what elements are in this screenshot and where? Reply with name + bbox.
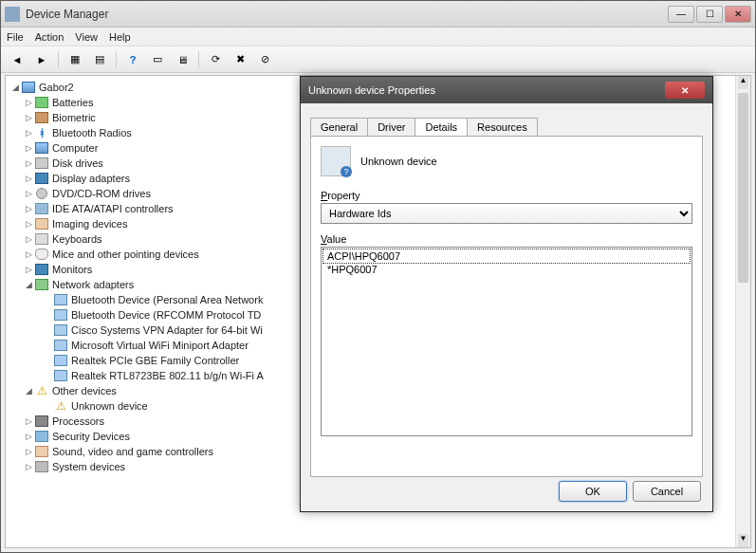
value-item[interactable]: *HPQ6007	[323, 263, 690, 276]
netitem-icon	[53, 339, 68, 352]
expander-icon[interactable]: ▷	[23, 201, 34, 216]
netitem-icon	[53, 369, 68, 382]
tree-item-label[interactable]: Other devices	[52, 383, 117, 398]
tree-item-label[interactable]: Bluetooth Device (Personal Area Network	[71, 292, 263, 307]
expander-icon[interactable]: ▷	[23, 125, 34, 140]
back-button[interactable]: ◄	[7, 49, 28, 70]
dialog-titlebar[interactable]: Unknown device Properties ✕	[301, 77, 712, 103]
maximize-button[interactable]: ☐	[696, 6, 723, 23]
scan-button[interactable]: 🖥	[172, 49, 193, 70]
tree-item-label[interactable]: Realtek PCIe GBE Family Controller	[71, 353, 239, 368]
tree-item-label[interactable]: Mice and other pointing devices	[52, 247, 199, 262]
tree-item-label[interactable]: Biometric	[52, 110, 96, 125]
forward-button[interactable]: ►	[31, 49, 52, 70]
menu-help[interactable]: Help	[109, 31, 131, 43]
expander-icon[interactable]: ▷	[23, 110, 34, 125]
tree-item-label[interactable]: IDE ATA/ATAPI controllers	[52, 201, 174, 216]
tree-item-label[interactable]: Imaging devices	[52, 216, 128, 231]
uninstall-button[interactable]: ✖	[230, 49, 250, 70]
finger-icon	[34, 111, 49, 124]
tab-driver[interactable]: Driver	[367, 118, 415, 136]
tree-item-label[interactable]: Microsoft Virtual WiFi Miniport Adapter	[71, 338, 249, 353]
tree-item-label[interactable]: Processors	[52, 414, 104, 429]
expander-icon[interactable]: ▷	[23, 171, 34, 186]
tab-resources[interactable]: Resources	[467, 118, 538, 136]
help-button[interactable]: ?	[122, 49, 143, 70]
device-header: Unknown device	[321, 146, 692, 176]
expander-icon[interactable]: ▷	[23, 95, 34, 110]
expander-icon[interactable]: ▷	[23, 262, 34, 277]
tree-item-label[interactable]: System devices	[52, 459, 125, 474]
menu-file[interactable]: File	[7, 31, 24, 43]
value-listbox[interactable]: ACPI\HPQ6007 *HPQ6007	[321, 247, 692, 436]
expander-icon[interactable]: ▷	[23, 429, 34, 444]
minimize-button[interactable]: —	[668, 6, 694, 23]
scroll-up-arrow[interactable]: ▲	[738, 76, 748, 89]
expander-icon[interactable]: ◢	[23, 277, 34, 292]
dialog-title: Unknown device Properties	[308, 84, 665, 96]
computer-icon	[21, 81, 36, 94]
tree-item-label[interactable]: Realtek RTL8723BE 802.11 b/g/n Wi-Fi A	[71, 368, 264, 383]
dialog-close-button[interactable]: ✕	[665, 82, 705, 99]
tree-item-label[interactable]: Unknown device	[71, 398, 148, 414]
expander-icon[interactable]: ▷	[23, 459, 34, 474]
tree-item-label[interactable]: Bluetooth Device (RFCOMM Protocol TD	[71, 307, 261, 323]
netitem-icon	[53, 354, 68, 367]
tree-item-label[interactable]: Disk drives	[52, 156, 103, 171]
separator	[116, 51, 117, 68]
tree-item-label[interactable]: Sound, video and game controllers	[52, 444, 213, 459]
properties-button[interactable]: ▭	[147, 49, 168, 70]
tab-details[interactable]: Details	[415, 118, 468, 136]
net-icon	[34, 278, 49, 291]
expander-icon[interactable]: ▷	[23, 444, 34, 459]
expander-icon[interactable]: ▷	[23, 140, 34, 156]
tree-item-label[interactable]: Display adapters	[52, 171, 130, 186]
tree-item-label[interactable]: Computer	[52, 140, 98, 156]
menu-view[interactable]: View	[75, 31, 98, 43]
tree-item-label[interactable]: Keyboards	[52, 231, 102, 247]
property-select[interactable]: Hardware Ids	[321, 203, 692, 224]
expander-icon[interactable]: ▷	[23, 247, 34, 262]
tree-item-label[interactable]: Monitors	[52, 262, 92, 277]
ok-button[interactable]: OK	[559, 481, 627, 502]
menubar: File Action View Help	[1, 28, 755, 46]
expander-icon[interactable]: ◢	[23, 383, 34, 398]
batt-icon	[34, 96, 49, 109]
disable-button[interactable]: ⊘	[254, 49, 275, 70]
vertical-scrollbar[interactable]: ▲ ▼	[735, 76, 750, 547]
ide-icon	[34, 202, 49, 215]
tree-item-label[interactable]: Batteries	[52, 95, 93, 110]
tab-general[interactable]: General	[310, 118, 368, 136]
tree-item-label[interactable]: Security Devices	[52, 429, 130, 444]
kbd-icon	[34, 232, 49, 246]
value-label: Value	[321, 233, 692, 245]
property-label: Property	[321, 190, 692, 201]
tree-item-label[interactable]: Network adapters	[52, 277, 134, 292]
view-detail-button[interactable]: ▤	[89, 49, 110, 70]
expander-icon[interactable]: ▷	[23, 186, 34, 201]
tree-item-label[interactable]: DVD/CD-ROM drives	[52, 186, 151, 201]
netitem-icon	[53, 308, 68, 322]
cancel-button[interactable]: Cancel	[633, 481, 701, 502]
computer-icon	[34, 141, 49, 155]
menu-action[interactable]: Action	[35, 31, 65, 43]
unknown-device-icon	[321, 146, 351, 176]
tree-item-label[interactable]: Gabor2	[39, 80, 74, 95]
tree-item-label[interactable]: Cisco Systems VPN Adapter for 64-bit Wi	[71, 323, 263, 338]
expander-icon[interactable]: ▷	[23, 216, 34, 231]
close-button[interactable]: ✕	[725, 6, 751, 23]
tree-item-label[interactable]: Bluetooth Radios	[52, 125, 132, 140]
netitem-icon	[53, 323, 68, 337]
expander-icon[interactable]: ▷	[23, 231, 34, 247]
view-list-button[interactable]: ▦	[65, 49, 85, 70]
scroll-thumb[interactable]	[738, 93, 748, 283]
expander-icon[interactable]: ▷	[23, 156, 34, 171]
netitem-icon	[53, 293, 68, 306]
value-item[interactable]: ACPI\HPQ6007	[323, 249, 690, 263]
sec-icon	[34, 430, 49, 443]
properties-dialog: Unknown device Properties ✕ General Driv…	[300, 76, 713, 512]
scroll-down-arrow[interactable]: ▼	[738, 534, 748, 547]
update-driver-button[interactable]: ⟳	[205, 49, 226, 70]
expander-icon[interactable]: ◢	[9, 80, 21, 95]
expander-icon[interactable]: ▷	[23, 414, 34, 429]
